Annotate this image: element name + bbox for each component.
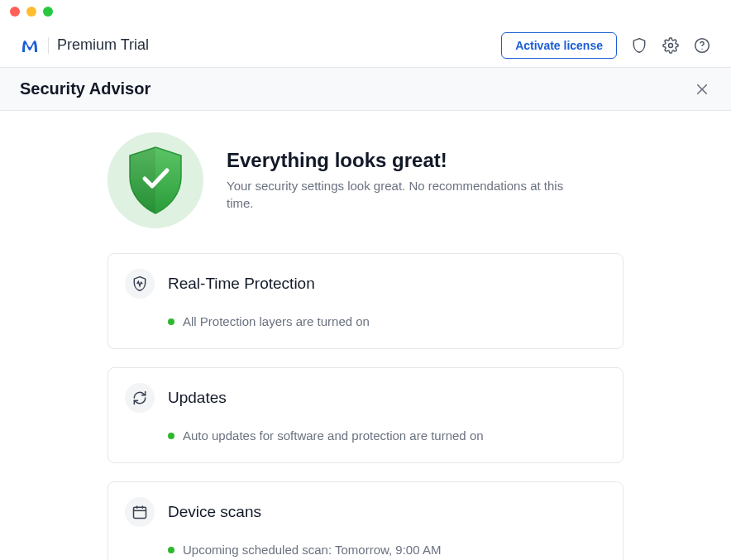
close-window-button[interactable] xyxy=(10,7,20,17)
product-tier-label: Premium Trial xyxy=(57,36,149,54)
refresh-sync-icon xyxy=(125,383,155,413)
hero-title: Everything looks great! xyxy=(227,149,574,172)
card-updates: Updates Auto updates for software and pr… xyxy=(108,367,624,463)
topbar-left-group: Premium Trial xyxy=(20,36,149,55)
card-device-scans: Device scans Upcoming scheduled scan: To… xyxy=(108,481,624,560)
card-bullet-list: All Protection layers are turned on xyxy=(125,312,606,332)
card-title: Device scans xyxy=(168,503,261,521)
list-item: All Protection layers are turned on xyxy=(168,312,606,332)
hero-text-block: Everything looks great! Your security se… xyxy=(227,149,574,212)
card-bullet-list: Auto updates for software and protection… xyxy=(125,426,606,446)
card-header: Real-Time Protection xyxy=(125,269,606,299)
malwarebytes-logo-icon xyxy=(20,36,40,55)
svg-point-2 xyxy=(701,48,702,49)
hero-subtitle: Your security settings look great. No re… xyxy=(227,177,574,212)
calendar-icon xyxy=(125,497,155,527)
settings-gear-icon[interactable] xyxy=(662,36,680,55)
app-topbar: Premium Trial Activate license xyxy=(0,23,731,68)
page-subheader: Security Advisor xyxy=(0,68,731,111)
svg-point-0 xyxy=(669,43,673,47)
card-title: Updates xyxy=(168,389,227,407)
status-shield-badge xyxy=(108,132,203,228)
status-dot-icon xyxy=(168,547,174,553)
shield-activity-icon xyxy=(125,269,155,299)
card-header: Updates xyxy=(125,383,606,413)
help-icon[interactable] xyxy=(693,36,711,55)
list-item: Auto updates for software and protection… xyxy=(168,426,606,446)
shield-header-icon[interactable] xyxy=(630,36,648,55)
status-dot-icon xyxy=(168,433,174,439)
zoom-window-button[interactable] xyxy=(43,7,53,17)
vertical-divider xyxy=(48,37,49,54)
activate-license-button[interactable]: Activate license xyxy=(501,32,617,59)
card-header: Device scans xyxy=(125,497,606,527)
card-real-time-protection: Real-Time Protection All Protection laye… xyxy=(108,253,624,349)
window-titlebar xyxy=(0,0,731,23)
card-title: Real-Time Protection xyxy=(168,275,315,293)
list-item-text: All Protection layers are turned on xyxy=(183,312,370,332)
page-title: Security Advisor xyxy=(20,79,150,98)
hero-section: Everything looks great! Your security se… xyxy=(108,132,624,228)
list-item-text: Upcoming scheduled scan: Tomorrow, 9:00 … xyxy=(183,540,441,560)
minimize-window-button[interactable] xyxy=(26,7,36,17)
svg-rect-5 xyxy=(134,507,146,518)
main-content: Everything looks great! Your security se… xyxy=(0,111,731,560)
topbar-right-group: Activate license xyxy=(501,32,711,59)
card-bullet-list: Upcoming scheduled scan: Tomorrow, 9:00 … xyxy=(125,540,606,560)
list-item-text: Auto updates for software and protection… xyxy=(183,426,484,446)
close-panel-icon[interactable] xyxy=(693,80,711,98)
list-item: Upcoming scheduled scan: Tomorrow, 9:00 … xyxy=(168,540,606,560)
status-dot-icon xyxy=(168,318,174,325)
